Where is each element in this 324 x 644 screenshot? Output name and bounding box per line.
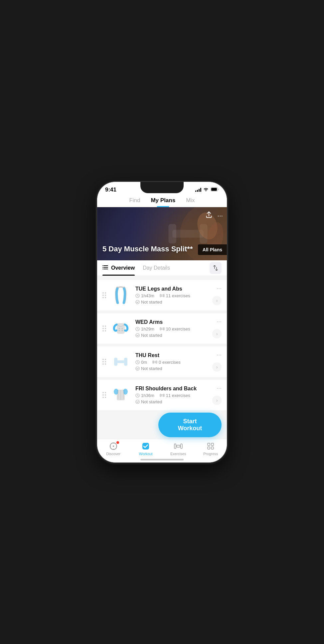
tab-mix[interactable]: Mix [186,197,195,207]
phone-frame: 9:41 [97,182,227,462]
exercises-dumbbell-icon [174,442,183,451]
svg-point-40 [114,389,118,395]
svg-rect-29 [163,327,164,330]
nav-label-exercises: Exercises [170,452,186,456]
share-icon[interactable] [205,211,213,220]
tab-find[interactable]: Find [129,197,140,207]
top-tab-nav: Find My Plans Mix [97,194,227,207]
svg-rect-43 [161,395,163,396]
svg-rect-33 [124,358,127,366]
chevron-btn-wed[interactable]: › [212,329,222,338]
more-options-icon[interactable]: ··· [217,212,223,219]
duration-fri: 1h36m [135,393,154,398]
tab-my-plans[interactable]: My Plans [151,197,175,207]
nav-item-progress[interactable]: Progress [201,442,221,456]
svg-rect-36 [153,361,154,363]
svg-rect-31 [117,360,125,363]
sub-tab-day-details[interactable]: Day Details [143,260,170,276]
workout-meta-wed: 1h29m 10 exercises [135,326,208,331]
chevron-btn-fri[interactable]: › [212,396,222,405]
progress-grid-icon [206,442,215,451]
all-plans-badge[interactable]: All Plans [198,244,227,255]
nav-item-discover[interactable]: Discover [103,442,123,456]
workout-checkmark-icon [141,442,150,451]
status-icons [195,187,219,193]
svg-rect-25 [121,330,123,331]
svg-rect-35 [154,361,156,363]
svg-point-38 [136,367,139,370]
svg-rect-44 [160,394,161,397]
svg-rect-58 [208,443,210,446]
svg-rect-3 [172,230,204,237]
workout-info-fri: FRI Shoulders and Back 1h36m 11 exercise… [135,386,208,404]
wifi-icon [203,187,209,192]
drag-handle-thu[interactable] [102,359,106,365]
chevron-btn-tue[interactable]: › [212,296,222,305]
nav-item-exercises[interactable]: Exercises [168,442,188,456]
sub-tab-overview-label: Overview [111,265,135,271]
svg-rect-1 [211,188,217,191]
muscle-image-rest [110,351,131,372]
workout-card-wed: WED Arms 1h29m 10 exercises [97,313,227,344]
svg-rect-37 [156,361,157,363]
svg-rect-17 [161,295,163,296]
workout-card-tue: TUE Legs and Abs 1h43m 11 exercises [97,280,227,311]
svg-point-53 [113,446,114,447]
signal-icon [195,188,201,192]
workout-info-wed: WED Arms 1h29m 10 exercises [135,319,208,338]
status-thu: Not started [135,366,208,371]
duration-wed: 1h29m [135,326,154,331]
more-btn-thu[interactable]: ··· [217,351,222,358]
muscle-image-arms [110,318,131,339]
muscle-image-legs [110,285,131,306]
svg-point-41 [123,389,128,395]
workout-title-wed: WED Arms [135,319,208,325]
sub-tab-overview[interactable]: Overview [102,260,135,276]
nav-item-workout[interactable]: Workout [136,442,156,456]
nav-label-progress: Progress [203,452,218,456]
svg-point-46 [136,400,139,404]
nav-label-workout: Workout [139,452,153,456]
card-actions-thu: ··· › [212,351,222,372]
chevron-btn-thu[interactable]: › [212,362,222,372]
workout-meta-tue: 1h43m 11 exercises [135,293,208,298]
card-actions-wed: ··· › [212,318,222,338]
more-btn-tue[interactable]: ··· [217,285,222,292]
battery-icon [211,187,219,193]
compass-icon [109,442,118,451]
svg-rect-60 [208,447,210,449]
svg-point-30 [136,333,139,337]
nav-label-discover: Discover [106,452,120,456]
svg-rect-22 [118,328,120,329]
card-actions-fri: ··· › [212,385,222,405]
notch [140,182,184,193]
muscle-image-shoulders [110,384,131,406]
workout-card-fri: FRI Shoulders and Back 1h36m 11 exercise… [97,380,227,410]
exercises-thu: 0 exercises [152,360,181,365]
status-tue: Not started [135,300,208,305]
more-btn-fri[interactable]: ··· [217,385,222,392]
workout-title-tue: TUE Legs and Abs [135,286,208,292]
workout-card-thu: THU Rest 0m 0 exercises [97,346,227,377]
drag-handle-wed[interactable] [102,325,106,331]
hero-top-actions: ··· [205,211,223,220]
workout-info-tue: TUE Legs and Abs 1h43m 11 exercises [135,286,208,305]
phone-screen: 9:41 [97,182,227,462]
home-indicator [140,459,184,460]
svg-rect-28 [160,327,161,330]
more-btn-wed[interactable]: ··· [217,318,222,325]
start-workout-button[interactable]: Start Workout [158,413,222,437]
workout-title-fri: FRI Shoulders and Back [135,386,208,392]
svg-rect-45 [163,394,164,397]
workout-list-scroll[interactable]: TUE Legs and Abs 1h43m 11 exercises [97,276,227,412]
drag-handle-fri[interactable] [102,392,106,398]
status-wed: Not started [135,333,208,338]
drag-handle-tue[interactable] [102,292,106,298]
status-time: 9:41 [105,187,116,193]
svg-rect-4 [169,224,176,243]
svg-rect-18 [160,294,161,297]
svg-rect-27 [161,328,163,329]
sort-icon-btn[interactable] [210,262,222,274]
workout-meta-fri: 1h36m 11 exercises [135,393,208,398]
svg-rect-19 [163,294,164,297]
